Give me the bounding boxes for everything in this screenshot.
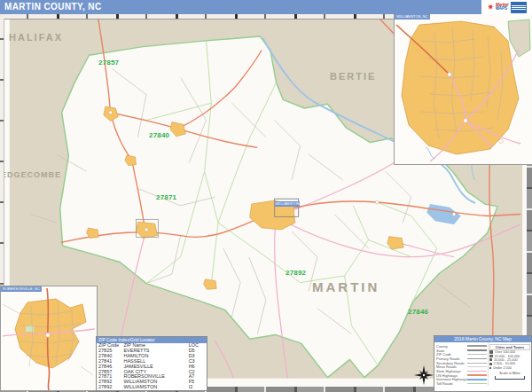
city-size-range: 10,000 - 25,000 [494, 358, 518, 362]
state-line-swatch [467, 349, 487, 352]
map-page: HALIFAX BERTIE EDGECOMBE MARTIN 27857 27… [0, 0, 532, 392]
inset-robersonville: ROBERSONVILLE, NC [0, 286, 98, 391]
zip-index-table: ZIP Code ZIP Name LOC 27825 EVERETTS D5 … [97, 343, 207, 390]
legend-header: 2016 Martin County, NC Map [434, 336, 531, 342]
city-size-icon [489, 367, 491, 369]
secondary-road-swatch [467, 363, 487, 364]
county-line-swatch [467, 345, 487, 347]
zip-index-header: ZIP Code Index/Grid Locator [97, 337, 207, 343]
title-bar: MARTIN COUNTY, NC [0, 0, 481, 14]
legend-cities-column: Cities and Towns Over 100,000 25,000 - 1… [488, 342, 531, 386]
us-highway-swatch [467, 374, 487, 376]
city-size-icon [489, 355, 493, 358]
city-size-range: Under 2,500 [493, 366, 512, 370]
county-label-halifax: HALIFAX [9, 32, 63, 43]
county-label-martin: MARTIN [312, 279, 379, 294]
zip-label-27857: 27857 [98, 59, 119, 67]
toll-road-swatch [467, 383, 487, 385]
zip-line-swatch [467, 354, 487, 356]
logo-tagline-box [511, 2, 527, 13]
zip-label-27871: 27871 [156, 193, 176, 201]
page-title: MARTIN COUNTY, NC [4, 2, 102, 12]
city-size-range: 25,000 - 100,000 [495, 355, 520, 358]
inset-robersonville-map [1, 286, 97, 390]
brand-line2: MAPS [496, 7, 509, 11]
inset-williamston-map [395, 14, 532, 164]
cell-name: WILLIAMSTON [121, 385, 186, 390]
brand-logo: ✷ Market MAPS [481, 0, 532, 14]
county-label-edgecombe: EDGECOMBE [1, 170, 61, 179]
city-size-icon [489, 358, 492, 361]
inset-williamston-title: WILLIAMSTON, NC [395, 14, 430, 20]
compass-rose-icon [412, 364, 435, 387]
primary-road-swatch [467, 358, 487, 359]
scale-bar: Scale in Miles [489, 372, 530, 380]
zip-code-index: ZIP Code Index/Grid Locator ZIP Code ZIP… [96, 336, 207, 391]
legend-item: Toll Roads [436, 381, 487, 386]
city-size-range: 2,500 - 10,000 [494, 362, 516, 365]
state-highway-swatch [467, 371, 487, 372]
city-size-item: Under 2,500 [489, 366, 530, 370]
cities-towns-header: Cities and Towns [489, 344, 530, 350]
county-label-bertie: BERTIE [330, 71, 376, 82]
map-legend: 2016 Martin County, NC Map County State … [434, 335, 532, 392]
city-size-icon [489, 350, 493, 354]
williamston-extent-chip: WILLIAMSTON [275, 201, 300, 207]
inset-robersonville-title: ROBERSONVILLE, NC [1, 286, 42, 292]
starburst-icon: ✷ [487, 4, 494, 12]
table-row: 27892 WILLIAMSTON I2 [97, 385, 207, 390]
interstate-swatch [467, 379, 487, 380]
zip-label-27846: 27846 [408, 308, 428, 316]
legend-item-label: Toll Roads [436, 381, 453, 386]
legend-line-column: County State ZIP Code Primary Roads Seco… [434, 342, 488, 386]
inset-williamston: WILLIAMSTON, NC [394, 13, 532, 165]
city-size-icon [489, 363, 492, 365]
zip-label-27840: 27840 [149, 131, 169, 139]
scale-label: Scale in Miles [489, 372, 530, 375]
brand-wordmark: Market MAPS [496, 4, 509, 11]
city-size-range: Over 100,000 [495, 350, 515, 354]
scale-bar-line [495, 376, 525, 380]
zip-label-27892: 27892 [286, 269, 306, 277]
minor-road-swatch [467, 366, 487, 367]
cell-loc: I2 [187, 385, 207, 390]
cell-zip: 27892 [97, 385, 121, 390]
